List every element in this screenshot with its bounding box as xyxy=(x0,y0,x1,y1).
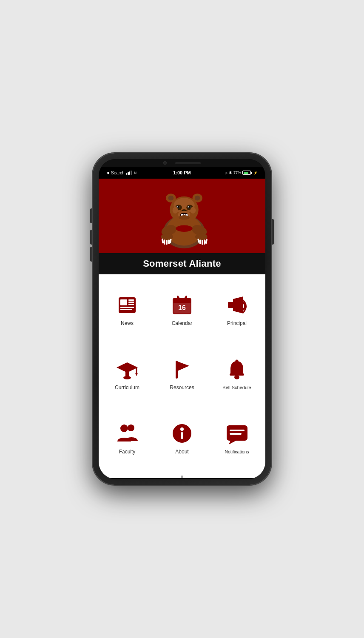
resources-icon xyxy=(169,358,195,381)
svg-point-78 xyxy=(236,360,239,363)
svg-rect-64 xyxy=(173,299,191,303)
svg-rect-13 xyxy=(202,240,203,245)
school-banner: Somerset Aliante xyxy=(99,253,265,274)
menu-item-about[interactable]: About xyxy=(156,407,208,469)
svg-rect-69 xyxy=(228,302,233,308)
svg-marker-70 xyxy=(117,362,138,373)
notifications-label: Notifications xyxy=(225,449,249,454)
svg-point-16 xyxy=(176,225,193,232)
svg-point-22 xyxy=(195,196,200,201)
svg-point-39 xyxy=(179,215,190,219)
camera-area xyxy=(99,159,265,167)
menu-item-resources[interactable]: Resources xyxy=(156,343,208,405)
bar1 xyxy=(126,173,128,175)
back-arrow: ◀ xyxy=(106,171,109,175)
hero-banner xyxy=(99,179,265,253)
app-content: Somerset Aliante xyxy=(99,179,265,479)
svg-point-40 xyxy=(173,207,178,214)
svg-marker-85 xyxy=(229,441,236,444)
svg-rect-12 xyxy=(199,239,201,244)
svg-rect-45 xyxy=(128,302,134,303)
news-icon xyxy=(114,293,140,317)
about-icon xyxy=(169,422,195,445)
svg-rect-75 xyxy=(176,361,178,379)
svg-point-41 xyxy=(190,207,196,214)
bar3 xyxy=(129,171,131,175)
principal-label: Principal xyxy=(227,320,247,326)
calendar-label: Calendar xyxy=(172,320,193,326)
bell-schedule-icon xyxy=(224,358,250,382)
svg-marker-74 xyxy=(135,373,138,376)
signal-bars xyxy=(126,171,132,175)
svg-point-80 xyxy=(128,424,134,431)
phone-frame: ◀ Search ≋ 1:00 PM ▷ ✱ 77% xyxy=(93,153,271,485)
status-right: ▷ ✱ 77% ⚡ xyxy=(225,171,258,175)
bar4 xyxy=(131,171,132,175)
svg-rect-6 xyxy=(164,239,165,245)
faculty-label: Faculty xyxy=(119,449,136,455)
svg-point-10 xyxy=(195,234,208,240)
svg-rect-67 xyxy=(177,297,179,303)
svg-rect-68 xyxy=(185,297,187,303)
school-name: Somerset Aliante xyxy=(143,258,221,269)
status-search-label: Search xyxy=(111,171,125,175)
status-bar: ◀ Search ≋ 1:00 PM ▷ ✱ 77% xyxy=(99,167,265,179)
svg-rect-43 xyxy=(120,299,127,305)
menu-item-calendar[interactable]: 16 Calendar xyxy=(156,279,208,341)
status-left: ◀ Search ≋ xyxy=(106,171,137,175)
svg-point-72 xyxy=(123,376,131,379)
bear-mascot xyxy=(156,183,208,249)
svg-rect-8 xyxy=(168,239,170,244)
camera-dot xyxy=(163,161,167,165)
bottom-indicator xyxy=(99,476,265,478)
curriculum-icon xyxy=(114,358,140,381)
bar2 xyxy=(128,172,129,175)
charging-icon: ⚡ xyxy=(253,171,258,175)
svg-rect-7 xyxy=(166,240,168,245)
curriculum-label: Curriculum xyxy=(115,385,139,390)
svg-rect-46 xyxy=(128,304,134,305)
svg-point-30 xyxy=(177,206,178,207)
battery-percent: 77% xyxy=(233,171,241,175)
battery-indicator xyxy=(242,171,252,175)
resources-label: Resources xyxy=(170,385,194,390)
svg-rect-48 xyxy=(120,309,132,310)
news-label: News xyxy=(121,320,134,326)
svg-rect-87 xyxy=(230,433,242,435)
bell-schedule-label: Bell Schedule xyxy=(222,385,251,390)
battery-fill xyxy=(244,172,249,174)
about-label: About xyxy=(175,449,188,455)
calendar-icon: 16 xyxy=(169,293,195,317)
bluetooth-icon: ✱ xyxy=(229,171,232,175)
svg-point-83 xyxy=(180,427,184,431)
status-time: 1:00 PM xyxy=(173,170,191,175)
page-dot xyxy=(181,476,183,478)
svg-point-31 xyxy=(188,206,189,207)
menu-item-notifications[interactable]: Notifications xyxy=(210,407,263,469)
menu-item-news[interactable]: News xyxy=(101,279,154,341)
menu-item-principal[interactable]: Principal xyxy=(210,279,263,341)
svg-rect-14 xyxy=(204,239,205,245)
faculty-icon xyxy=(114,422,140,445)
menu-item-curriculum[interactable]: Curriculum xyxy=(101,343,154,405)
svg-rect-44 xyxy=(128,299,134,301)
menu-item-bell-schedule[interactable]: Bell Schedule xyxy=(210,343,263,405)
svg-rect-82 xyxy=(181,432,183,439)
menu-grid: News xyxy=(99,274,265,476)
svg-point-79 xyxy=(120,424,128,432)
svg-rect-47 xyxy=(120,307,134,308)
svg-point-20 xyxy=(168,196,173,201)
svg-point-77 xyxy=(234,375,239,379)
svg-text:16: 16 xyxy=(178,304,186,311)
notifications-icon xyxy=(224,422,250,446)
phone-screen: ◀ Search ≋ 1:00 PM ▷ ✱ 77% xyxy=(99,159,265,479)
speaker xyxy=(175,162,201,164)
battery-tip xyxy=(251,172,252,174)
svg-rect-86 xyxy=(230,430,245,431)
wifi-icon: ≋ xyxy=(134,171,137,175)
location-icon: ▷ xyxy=(225,171,228,175)
svg-rect-15 xyxy=(205,239,208,244)
menu-item-faculty[interactable]: Faculty xyxy=(101,407,154,469)
principal-icon xyxy=(224,293,250,317)
battery-body xyxy=(242,171,251,175)
